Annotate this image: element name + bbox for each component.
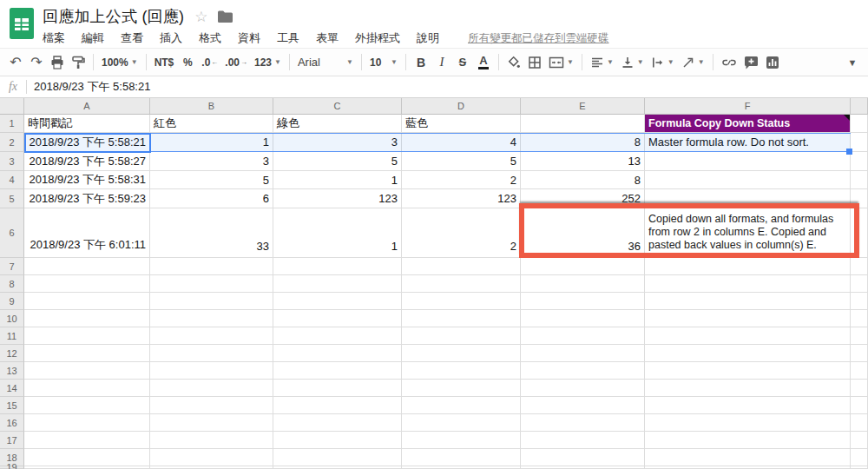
cell-G9[interactable] bbox=[851, 293, 868, 310]
cell-C16[interactable] bbox=[273, 414, 402, 432]
cell-B16[interactable] bbox=[150, 414, 273, 432]
cell-G7[interactable] bbox=[851, 258, 868, 275]
column-header-G[interactable] bbox=[851, 98, 868, 115]
row-header-17[interactable]: 17 bbox=[0, 432, 24, 449]
cell-A14[interactable] bbox=[24, 380, 150, 397]
cell-A3[interactable]: 2018/9/23 下午 5:58:27 bbox=[24, 152, 150, 171]
cell-E13[interactable] bbox=[521, 362, 645, 380]
cell-F12[interactable] bbox=[645, 345, 851, 362]
cell-A16[interactable] bbox=[24, 414, 150, 432]
cell-E17[interactable] bbox=[521, 432, 645, 449]
cell-C1[interactable]: 綠色 bbox=[273, 115, 402, 133]
cell-D17[interactable] bbox=[402, 432, 521, 449]
cell-B7[interactable] bbox=[150, 258, 273, 275]
cell-F17[interactable] bbox=[645, 432, 851, 449]
cell-E11[interactable] bbox=[521, 327, 645, 345]
italic-button[interactable]: I bbox=[431, 52, 452, 73]
cell-E6[interactable]: 36 bbox=[521, 208, 645, 258]
row-header-15[interactable]: 15 bbox=[0, 397, 24, 414]
cell-B6[interactable]: 33 bbox=[150, 208, 273, 258]
borders-button[interactable] bbox=[524, 52, 545, 73]
cell-B14[interactable] bbox=[150, 380, 273, 397]
cell-A9[interactable] bbox=[24, 293, 150, 310]
column-header-E[interactable]: E bbox=[521, 98, 645, 115]
cell-E2[interactable]: 8 bbox=[521, 133, 645, 152]
cell-C6[interactable]: 1 bbox=[273, 208, 402, 258]
cell-G6[interactable] bbox=[851, 208, 868, 258]
cell-G1[interactable] bbox=[851, 115, 868, 133]
cell-G11[interactable] bbox=[851, 327, 868, 345]
cell-C4[interactable]: 1 bbox=[273, 171, 402, 189]
cell-A11[interactable] bbox=[24, 327, 150, 345]
folder-icon[interactable] bbox=[218, 10, 233, 23]
insert-link-button[interactable] bbox=[718, 52, 740, 73]
cell-G13[interactable] bbox=[851, 362, 868, 380]
increase-decimal-button[interactable]: .00→ bbox=[221, 52, 251, 73]
cell-G3[interactable] bbox=[851, 152, 868, 171]
cell-C14[interactable] bbox=[273, 380, 402, 397]
cell-G4[interactable] bbox=[851, 171, 868, 189]
fill-handle[interactable] bbox=[846, 149, 852, 155]
row-header-4[interactable]: 4 bbox=[0, 171, 24, 189]
cell-C9[interactable] bbox=[273, 293, 402, 310]
column-header-F[interactable]: F bbox=[645, 98, 851, 115]
cell-G8[interactable] bbox=[851, 275, 868, 293]
cell-F3[interactable] bbox=[645, 152, 851, 171]
cell-E18[interactable] bbox=[521, 449, 645, 466]
cell-D5[interactable]: 123 bbox=[402, 189, 521, 208]
cell-F6[interactable]: Copied down all formats, and formulas fr… bbox=[645, 208, 851, 258]
cell-G2[interactable] bbox=[851, 133, 868, 152]
row-header-13[interactable]: 13 bbox=[0, 362, 24, 380]
cell-A1[interactable]: 時間戳記 bbox=[24, 115, 150, 133]
menu-data[interactable]: 資料 bbox=[238, 30, 260, 46]
cell-D15[interactable] bbox=[402, 397, 521, 414]
paint-format-button[interactable] bbox=[68, 52, 89, 73]
column-header-C[interactable]: C bbox=[273, 98, 402, 115]
row-header-8[interactable]: 8 bbox=[0, 275, 24, 293]
cell-D10[interactable] bbox=[402, 310, 521, 327]
column-header-A[interactable]: A bbox=[24, 98, 150, 115]
text-wrap-button[interactable]: ▼ bbox=[648, 52, 678, 73]
percent-format-button[interactable]: % bbox=[177, 52, 198, 73]
cell-D14[interactable] bbox=[402, 380, 521, 397]
cell-G14[interactable] bbox=[851, 380, 868, 397]
cell-F14[interactable] bbox=[645, 380, 851, 397]
cell-C3[interactable]: 5 bbox=[273, 152, 402, 171]
cell-B12[interactable] bbox=[150, 345, 273, 362]
menu-file[interactable]: 檔案 bbox=[43, 30, 65, 46]
cell-B3[interactable]: 3 bbox=[150, 152, 273, 171]
row-header-12[interactable]: 12 bbox=[0, 345, 24, 362]
cell-C5[interactable]: 123 bbox=[273, 189, 402, 208]
cell-G5[interactable] bbox=[851, 189, 868, 208]
decrease-decimal-button[interactable]: .0← bbox=[198, 52, 221, 73]
cell-A8[interactable] bbox=[24, 275, 150, 293]
cell-A13[interactable] bbox=[24, 362, 150, 380]
cell-D6[interactable]: 2 bbox=[402, 208, 521, 258]
save-status-link[interactable]: 所有變更都已儲存到雲端硬碟 bbox=[468, 31, 609, 46]
font-family-select[interactable]: Arial▼ bbox=[294, 52, 357, 73]
cell-B5[interactable]: 6 bbox=[150, 189, 273, 208]
row-header-11[interactable]: 11 bbox=[0, 327, 24, 345]
cell-E5[interactable]: 252 bbox=[521, 189, 645, 208]
bold-button[interactable]: B bbox=[411, 52, 431, 73]
menu-addons[interactable]: 外掛程式 bbox=[355, 30, 400, 46]
cell-B10[interactable] bbox=[150, 310, 273, 327]
menu-format[interactable]: 格式 bbox=[199, 30, 221, 46]
cell-G12[interactable] bbox=[851, 345, 868, 362]
cell-F15[interactable] bbox=[645, 397, 851, 414]
vertical-align-button[interactable]: ▼ bbox=[617, 52, 648, 73]
cell-C8[interactable] bbox=[273, 275, 402, 293]
cell-E7[interactable] bbox=[521, 258, 645, 275]
cell-F16[interactable] bbox=[645, 414, 851, 432]
cell-C2[interactable]: 3 bbox=[273, 133, 402, 152]
cell-E14[interactable] bbox=[521, 380, 645, 397]
cell-G17[interactable] bbox=[851, 432, 868, 449]
row-header-3[interactable]: 3 bbox=[0, 152, 24, 171]
cell-G18[interactable] bbox=[851, 449, 868, 466]
cell-A6[interactable]: 2018/9/23 下午 6:01:11 bbox=[24, 208, 150, 258]
cell-D18[interactable] bbox=[402, 449, 521, 466]
cell-E9[interactable] bbox=[521, 293, 645, 310]
cell-E16[interactable] bbox=[521, 414, 645, 432]
row-header-9[interactable]: 9 bbox=[0, 293, 24, 310]
cell-G10[interactable] bbox=[851, 310, 868, 327]
